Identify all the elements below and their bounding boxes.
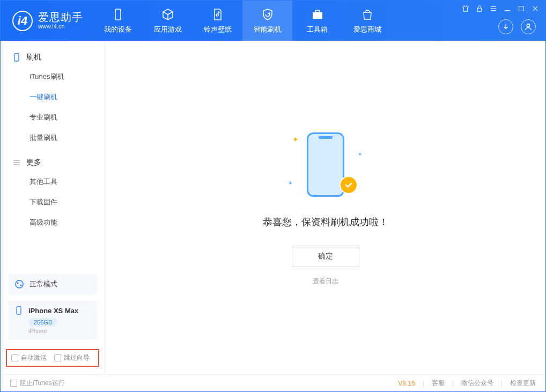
tab-smart-flash[interactable]: 智能刷机 (242, 1, 292, 41)
tab-label: 我的设备 (104, 25, 132, 34)
lock-icon[interactable] (476, 5, 483, 12)
menu-icon[interactable] (490, 5, 497, 12)
user-button[interactable] (521, 19, 536, 34)
svg-point-11 (527, 24, 529, 27)
sidebar-item-other-tools[interactable]: 其他工具 (1, 172, 105, 192)
sidebar-section-flash: 刷机 (1, 48, 105, 66)
svg-rect-2 (315, 10, 320, 12)
sparkle-icon: ✦ (292, 135, 299, 144)
check-badge-icon (340, 176, 358, 194)
header-actions (498, 19, 536, 34)
tab-label: 智能刷机 (254, 25, 282, 34)
app-logo-icon: i4 (12, 11, 33, 31)
sidebar-section-more: 更多 (1, 153, 105, 172)
sidebar-item-download-firmware[interactable]: 下载固件 (1, 192, 105, 212)
main-tabs: 我的设备 应用游戏 铃声壁纸 智能刷机 工具箱 爱思商城 (93, 1, 392, 41)
footer: 阻止iTunes运行 V8.16 | 客服 | 微信公众号 | 检查更新 (1, 374, 545, 391)
sidebar-item-batch-flash[interactable]: 批量刷机 (1, 128, 105, 148)
mode-icon (14, 279, 24, 289)
logo-text: 爱思助手 www.i4.cn (38, 11, 83, 29)
mode-card[interactable]: 正常模式 (8, 274, 97, 294)
svg-rect-1 (313, 12, 322, 19)
checkbox-auto-activate[interactable]: 自动激活 (11, 353, 47, 363)
svg-rect-0 (115, 9, 121, 20)
tshirt-icon[interactable] (462, 5, 469, 12)
svg-point-16 (16, 280, 23, 288)
checkbox-icon (11, 354, 18, 361)
tab-label: 应用游戏 (154, 25, 182, 34)
logo[interactable]: i4 爱思助手 www.i4.cn (1, 11, 93, 31)
sidebar-item-oneclick-flash[interactable]: 一键刷机 (1, 87, 105, 107)
checkbox-label: 自动激活 (21, 353, 47, 363)
cube-icon (161, 8, 175, 21)
close-icon[interactable] (532, 5, 539, 12)
sparkle-icon: ✦ (358, 151, 362, 157)
tab-apps-games[interactable]: 应用游戏 (143, 1, 193, 41)
app-name-en: www.i4.cn (38, 23, 83, 29)
music-file-icon (211, 8, 225, 21)
tab-label: 工具箱 (307, 25, 328, 34)
sidebar-item-itunes-flash[interactable]: iTunes刷机 (1, 66, 105, 87)
mode-label: 正常模式 (29, 279, 57, 289)
shield-refresh-icon (261, 8, 275, 21)
device-card[interactable]: iPhone XS Max 256GB iPhone (8, 301, 97, 339)
checkbox-icon (54, 354, 61, 361)
minimize-icon[interactable] (504, 5, 511, 12)
checkbox-label: 阻止iTunes运行 (20, 379, 65, 388)
tab-ringtone-wallpaper[interactable]: 铃声壁纸 (193, 1, 242, 41)
body: 刷机 iTunes刷机 一键刷机 专业刷机 批量刷机 更多 其他工具 下载固件 … (1, 41, 545, 374)
sidebar-item-pro-flash[interactable]: 专业刷机 (1, 107, 105, 128)
app-name-cn: 爱思助手 (38, 11, 83, 23)
main-content: ✦ ✦ ✦ 恭喜您，保资料刷机成功啦！ 确定 查看日志 (105, 41, 545, 374)
tab-my-device[interactable]: 我的设备 (93, 1, 143, 41)
device-icon (111, 8, 125, 21)
view-log-link[interactable]: 查看日志 (313, 277, 338, 286)
ok-button[interactable]: 确定 (292, 246, 359, 267)
bag-icon (360, 8, 374, 21)
checkbox-label: 跳过向导 (64, 353, 90, 363)
footer-link-support[interactable]: 客服 (432, 379, 445, 388)
device-name-row: iPhone XS Max (14, 306, 91, 315)
phone-icon (14, 306, 23, 315)
svg-point-17 (17, 283, 19, 284)
highlighted-checkbox-row: 自动激活 跳过向导 (6, 349, 99, 367)
header: i4 爱思助手 www.i4.cn 我的设备 应用游戏 铃声壁纸 智能刷机 工具… (1, 1, 545, 41)
tab-store[interactable]: 爱思商城 (342, 1, 392, 41)
svg-point-18 (20, 285, 22, 286)
tab-toolbox[interactable]: 工具箱 (292, 1, 342, 41)
device-storage-badge: 256GB (28, 318, 57, 327)
window-controls (462, 5, 539, 12)
tab-label: 爱思商城 (353, 25, 381, 34)
sidebar-item-advanced[interactable]: 高级功能 (1, 212, 105, 233)
checkbox-icon (10, 380, 17, 387)
phone-icon (12, 53, 21, 62)
section-title: 刷机 (26, 53, 41, 62)
success-message: 恭喜您，保资料刷机成功啦！ (263, 216, 388, 228)
phone-illustration (307, 132, 344, 197)
svg-rect-3 (478, 8, 482, 11)
footer-link-update[interactable]: 检查更新 (510, 379, 536, 388)
sidebar: 刷机 iTunes刷机 一键刷机 专业刷机 批量刷机 更多 其他工具 下载固件 … (1, 41, 105, 374)
tab-label: 铃声壁纸 (204, 25, 232, 34)
svg-rect-12 (14, 54, 19, 61)
toolbox-icon (311, 8, 324, 21)
footer-right: V8.16 | 客服 | 微信公众号 | 检查更新 (398, 379, 536, 388)
list-icon (12, 158, 21, 167)
device-name: iPhone XS Max (28, 307, 78, 315)
sparkle-icon: ✦ (288, 180, 292, 186)
success-illustration: ✦ ✦ ✦ (288, 130, 363, 205)
svg-rect-19 (17, 307, 21, 314)
version-label: V8.16 (398, 380, 415, 387)
footer-link-wechat[interactable]: 微信公众号 (461, 379, 493, 388)
download-button[interactable] (498, 19, 513, 34)
checkbox-skip-guide[interactable]: 跳过向导 (54, 353, 90, 363)
checkbox-stop-itunes[interactable]: 阻止iTunes运行 (10, 379, 65, 388)
svg-rect-8 (519, 6, 524, 11)
section-title: 更多 (26, 158, 41, 167)
maximize-icon[interactable] (518, 5, 525, 12)
device-type: iPhone (28, 328, 91, 334)
